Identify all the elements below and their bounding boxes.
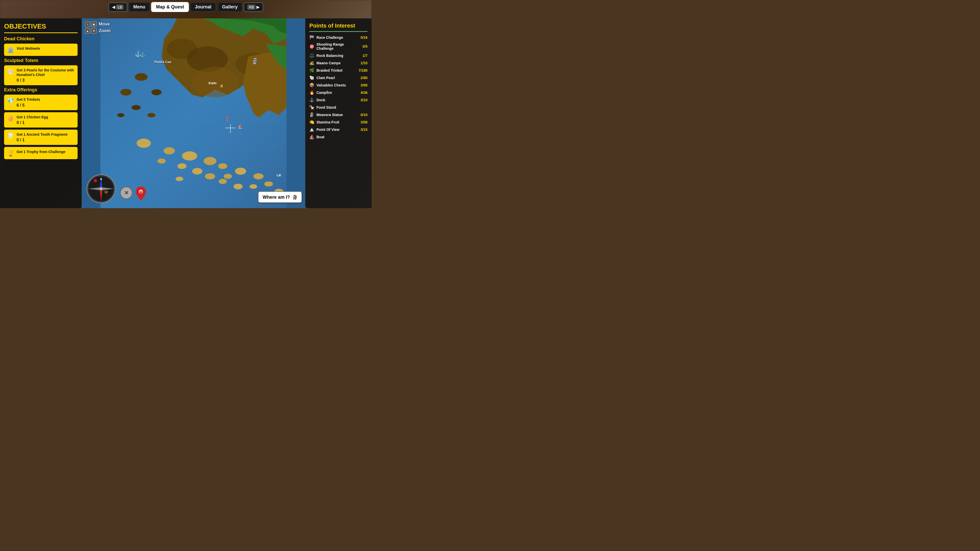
pearls-text: Get 3 Pearls for the Coutume with Hunahm… [17,68,75,77]
svg-point-4 [220,35,246,53]
controller-right-icon: RB [247,5,255,10]
poi-clam-count: 2/80 [361,76,368,80]
svg-point-20 [219,179,227,184]
poi-maano-label: Maano Camps [317,61,359,65]
poi-chests-label: Valuables Chests [317,83,359,87]
poi-rock-balancing[interactable]: ⚖️ Rock Balancing 1/7 [309,53,368,58]
quest-trinkets[interactable]: 💎 Get 5 Trinkets 6 / 5 [4,95,78,110]
svg-text:Kailo: Kailo [208,81,217,85]
svg-point-11 [147,113,156,118]
place-pin-button[interactable] [136,186,146,200]
cancel-marker-button[interactable]: ✕ [120,186,133,199]
gallery-label: Gallery [222,4,238,10]
poi-maano-camps[interactable]: 🏕️ Maano Camps 1/33 [309,60,368,65]
svg-point-24 [264,181,273,186]
menu-label: Menu [133,4,145,10]
poi-trinket-count: 7/180 [359,68,368,73]
quest-visit-weliwele[interactable]: 🏛️ Visit Weliwele [4,44,78,56]
egg-progress: 0 / 1 [17,121,48,125]
trinkets-progress: 6 / 5 [17,103,40,108]
poi-shooting-range[interactable]: 🎯 Shooting Range Challenge 0/5 [309,42,368,51]
poi-meavora-statue[interactable]: 🗿 Meavora Statue 0/10 [309,112,368,117]
svg-point-25 [177,163,186,169]
poi-chests-count: 3/95 [361,83,368,87]
svg-point-9 [120,89,131,96]
svg-text:🗿: 🗿 [252,58,259,65]
poi-fruit-count: 3/58 [361,120,368,124]
svg-text:N: N [100,178,102,181]
svg-text:📍: 📍 [224,116,231,122]
weliwele-text: Visit Weliwele [17,46,40,51]
pearls-icon: 🐚 [7,68,14,75]
quest-pearls[interactable]: 🐚 Get 3 Pearls for the Coutume with Huna… [4,65,78,85]
poi-title: Points of Interest [309,22,368,29]
svg-point-8 [151,89,162,95]
poi-dock-label: Dock [317,98,359,102]
prev-icon: ◀ [112,5,115,10]
poi-valuables-chests[interactable]: 📦 Valuables Chests 3/95 [309,83,368,87]
menu-button[interactable]: Menu [128,2,150,12]
poi-point-of-view[interactable]: 🏔️ Point Of View 3/15 [309,127,368,132]
tooth-text: Get 1 Ancient Tooth Fragment [17,132,67,137]
prev-button[interactable]: ◀ LB [108,2,127,12]
trophy-icon: 🏆 [7,150,14,157]
map-container[interactable]: ⚓ 📍 ⛵ 🗿 Pwärä Caa Kailo Läi 🔒 ⚓ [82,18,305,208]
map-quest-button[interactable]: Map & Quest [151,2,189,12]
poi-braided-trinket[interactable]: 🌿 Braided Trinket 7/180 [309,68,368,73]
dock-icon: ⚓ [309,97,314,102]
pearls-progress: 0 / 3 [17,78,75,83]
poi-fruit-label: Stamina Fruit [317,120,359,124]
map-quest-label: Map & Quest [156,4,184,10]
main-content: Objectives Dead Chicken 🏛️ Visit Weliwel… [0,18,372,208]
poi-clam-label: Clam Pearl [317,76,359,80]
move-label: Move [99,22,110,27]
poi-statue-label: Meavora Statue [317,113,359,117]
trinkets-text: Get 5 Trinkets [17,97,40,102]
tooth-icon: 🦷 [7,133,14,139]
svg-point-26 [205,173,215,179]
poi-food-stand[interactable]: 🍢 Food Stand [309,105,368,110]
poi-dock[interactable]: ⚓ Dock 3/10 [309,97,368,102]
quest-tooth[interactable]: 🦷 Get 1 Ancient Tooth Fragment 0 / 1 [4,130,78,145]
svg-point-16 [204,157,216,165]
svg-point-18 [218,163,228,169]
where-am-i-button[interactable]: Where am I? 🗿 [258,191,302,203]
zoom-label: Zoom [99,28,110,33]
move-control-row: + ◉ Move [85,21,110,27]
svg-text:⚓: ⚓ [140,52,146,57]
gallery-button[interactable]: Gallery [217,2,242,12]
svg-point-21 [234,184,243,189]
poi-statue-count: 0/10 [361,113,368,117]
move-icons: + ◉ [85,21,97,27]
map-controls: + ◉ Move ▲ ▼ Zoom [85,21,110,35]
weliwele-icon: 🏛️ [7,47,14,53]
next-button[interactable]: RB ▶ [243,2,263,12]
svg-point-15 [182,151,197,160]
chest-icon: 📦 [309,83,314,87]
poi-clam-pearl[interactable]: 🐚 Clam Pearl 2/80 [309,75,368,80]
poi-dock-count: 3/10 [361,98,368,102]
svg-point-55 [100,187,102,190]
quest-trophy[interactable]: 🏆 Get 1 Trophy from Challenge [4,147,78,159]
zoom-btn-1: ▲ [85,28,90,34]
svg-point-23 [250,184,257,189]
zoom-icons: ▲ ▼ [85,28,97,34]
poi-campfire[interactable]: 🔥 Campfire 4/36 [309,90,368,95]
rock-icon: ⚖️ [309,53,314,58]
poi-viewpoint-count: 3/15 [361,127,368,132]
poi-maano-count: 1/33 [361,61,368,65]
maano-icon: 🏕️ [309,60,314,65]
svg-point-56 [94,179,97,182]
poi-stamina-fruit[interactable]: 🍋 Stamina Fruit 3/58 [309,120,368,124]
quest-egg[interactable]: 🥚 Get 1 Chicken Egg 0 / 1 [4,112,78,127]
map-area[interactable]: ⚓ 📍 ⛵ 🗿 Pwärä Caa Kailo Läi 🔒 ⚓ [82,18,305,208]
where-am-i-icon: 🗿 [292,194,298,200]
egg-icon: 🥚 [7,115,14,122]
journal-button[interactable]: Journal [190,2,216,12]
svg-point-12 [117,113,124,118]
poi-boat[interactable]: ⛵ Boat [309,135,368,139]
points-of-interest-panel: Points of Interest 🏁 Race Challenge 0/16… [305,18,372,208]
svg-text:W: W [104,190,108,194]
poi-race-challenge[interactable]: 🏁 Race Challenge 0/16 [309,35,368,40]
zoom-control-row: ▲ ▼ Zoom [85,28,110,34]
